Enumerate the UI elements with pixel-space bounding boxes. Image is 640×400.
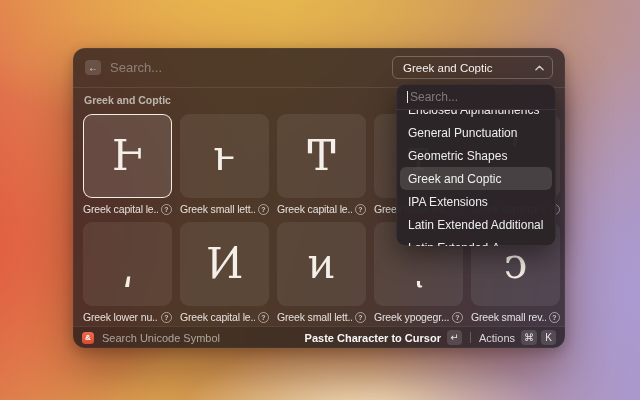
top-search-bar: ← Search... Greek and Coptic bbox=[73, 48, 565, 88]
help-icon[interactable] bbox=[452, 312, 463, 323]
help-icon[interactable] bbox=[355, 312, 366, 323]
tile-label-text: Greek small rev... bbox=[471, 311, 546, 323]
back-arrow-icon: ← bbox=[88, 62, 98, 73]
symbol-glyph: ͻ bbox=[504, 243, 528, 285]
symbol-glyph: ͺ bbox=[408, 243, 429, 285]
dropdown-item-greek-and-coptic[interactable]: Greek and Coptic bbox=[400, 167, 552, 190]
symbol-glyph: Ͳ bbox=[307, 135, 335, 177]
symbol-tile[interactable]: ͷ bbox=[277, 222, 366, 306]
extension-window: ← Search... Greek and Coptic Greek and C… bbox=[73, 48, 565, 348]
tile-label: Greek small lett... bbox=[277, 310, 366, 324]
symbol-cell: Ͷ Greek capital le... bbox=[180, 222, 269, 324]
symbol-tile-selected[interactable]: Ͱ bbox=[83, 114, 172, 198]
symbol-glyph: ͱ bbox=[213, 135, 235, 177]
category-select[interactable]: Greek and Coptic bbox=[392, 56, 553, 79]
symbol-tile[interactable]: Ͳ bbox=[277, 114, 366, 198]
tile-label-text: Greek ypogegr... bbox=[374, 311, 449, 323]
category-dropdown-panel: Search... Enclosed Alphanumerics General… bbox=[396, 84, 556, 246]
tile-label-text: Greek capital le... bbox=[83, 203, 158, 215]
dropdown-item-list: Enclosed Alphanumerics General Punctuati… bbox=[396, 110, 556, 246]
symbol-cell: ͵ Greek lower nu... bbox=[83, 222, 172, 324]
dropdown-item-latin-extended-additional[interactable]: Latin Extended Additional bbox=[400, 213, 552, 236]
extension-name: Search Unicode Symbol bbox=[102, 332, 305, 344]
help-icon[interactable] bbox=[258, 204, 269, 215]
dropdown-item-general-punctuation[interactable]: General Punctuation bbox=[400, 121, 552, 144]
actions-button[interactable]: Actions bbox=[479, 332, 515, 344]
help-icon[interactable] bbox=[161, 204, 172, 215]
symbol-glyph: ͵ bbox=[122, 243, 134, 285]
main-search-input[interactable]: Search... bbox=[110, 60, 392, 75]
help-icon[interactable] bbox=[161, 312, 172, 323]
tile-label-text: Greek lower nu... bbox=[83, 311, 158, 323]
symbol-tile[interactable]: ͱ bbox=[180, 114, 269, 198]
tile-label: Greek capital le... bbox=[277, 202, 366, 216]
symbol-glyph: ͷ bbox=[308, 243, 336, 285]
tile-label-text: Greek small lett... bbox=[180, 203, 255, 215]
statusbar-divider bbox=[470, 332, 471, 343]
tile-label: Greek lower nu... bbox=[83, 310, 172, 324]
category-select-value: Greek and Coptic bbox=[403, 62, 535, 74]
tile-label: Greek small rev... bbox=[471, 310, 560, 324]
help-icon[interactable] bbox=[549, 312, 560, 323]
dropdown-item-latin-extended-a[interactable]: Latin Extended-A bbox=[400, 236, 552, 246]
tile-label: Greek ypogegr... bbox=[374, 310, 463, 324]
symbol-cell: ͱ Greek small lett... bbox=[180, 114, 269, 216]
tile-label: Greek small lett... bbox=[180, 202, 269, 216]
dropdown-item-geometric-shapes[interactable]: Geometric Shapes bbox=[400, 144, 552, 167]
symbol-cell: Ͱ Greek capital le... bbox=[83, 114, 172, 216]
tile-label-text: Greek capital le... bbox=[277, 203, 352, 215]
symbol-glyph: Ͱ bbox=[112, 135, 143, 177]
chevron-up-icon bbox=[535, 65, 544, 71]
help-icon[interactable] bbox=[355, 204, 366, 215]
back-button[interactable]: ← bbox=[85, 60, 101, 75]
symbol-glyph: Ͷ bbox=[206, 243, 243, 285]
desktop-background: ← Search... Greek and Coptic Greek and C… bbox=[0, 0, 640, 400]
symbol-cell: ͷ Greek small lett... bbox=[277, 222, 366, 324]
symbol-cell: Ͳ Greek capital le... bbox=[277, 114, 366, 216]
extension-icon: & bbox=[82, 332, 94, 344]
cmd-key-icon[interactable]: ⌘ bbox=[521, 330, 537, 345]
tile-label-text: Greek capital le... bbox=[180, 311, 255, 323]
dropdown-search-placeholder: Search... bbox=[410, 90, 458, 104]
symbol-tile[interactable]: Ͷ bbox=[180, 222, 269, 306]
dropdown-item-ipa-extensions[interactable]: IPA Extensions bbox=[400, 190, 552, 213]
k-key-icon[interactable]: K bbox=[541, 330, 556, 345]
symbol-tile[interactable]: ͵ bbox=[83, 222, 172, 306]
text-cursor bbox=[407, 91, 408, 103]
tile-label-text: Greek small lett... bbox=[277, 311, 352, 323]
dropdown-search-input[interactable]: Search... bbox=[396, 84, 556, 110]
ampersand-glyph: & bbox=[85, 333, 91, 342]
dropdown-item-enclosed-alphanumerics[interactable]: Enclosed Alphanumerics bbox=[400, 110, 552, 121]
paste-character-action[interactable]: Paste Character to Cursor bbox=[305, 332, 441, 344]
tile-label: Greek capital le... bbox=[180, 310, 269, 324]
help-icon[interactable] bbox=[258, 312, 269, 323]
enter-key-icon[interactable]: ↵ bbox=[447, 330, 462, 345]
status-bar: & Search Unicode Symbol Paste Character … bbox=[73, 326, 565, 348]
tile-label: Greek capital le... bbox=[83, 202, 172, 216]
